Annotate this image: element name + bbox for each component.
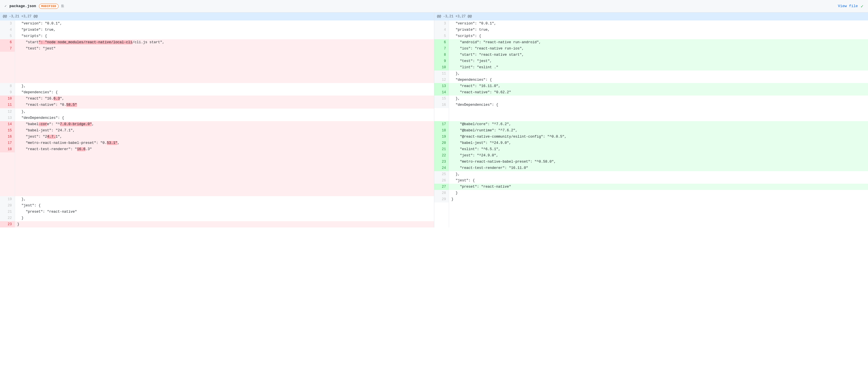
right-line-code: "@react-native-community/eslint-config":… — [449, 134, 868, 140]
left-line-code — [15, 77, 434, 83]
right-line-code: "react-native": "0.62.2" — [449, 89, 868, 96]
table-row: 5 "scripts": {5 "scripts": { — [0, 33, 868, 39]
right-line-code — [449, 115, 868, 121]
left-line-code — [15, 190, 434, 196]
right-line-num: 26 — [434, 178, 449, 184]
right-line-num: 7 — [434, 45, 449, 52]
left-line-num: 3 — [0, 21, 15, 27]
right-line-num: 27 — [434, 184, 449, 190]
right-line-code: "test": "jest", — [449, 58, 868, 64]
right-line-num — [434, 202, 449, 209]
left-line-num — [0, 152, 15, 159]
table-row: 10 "react": "16.6.3",15 }, — [0, 96, 868, 102]
left-line-code: "jest": "24.7.1", — [15, 134, 434, 140]
left-line-num: 15 — [0, 127, 15, 134]
left-line-num — [0, 159, 15, 165]
left-line-code: "react-native": "0.58.5" — [15, 102, 434, 108]
left-line-code: "private": true, — [15, 27, 434, 33]
table-row: 11 }, — [0, 70, 868, 77]
right-line-num — [434, 215, 449, 221]
right-line-num: 24 — [434, 165, 449, 171]
table-row: 13 "devDependencies": { — [0, 115, 868, 121]
right-line-code: "scripts": { — [449, 33, 868, 39]
right-line-code: "private": true, — [449, 27, 868, 33]
left-line-num: 11 — [0, 102, 15, 108]
view-file-link[interactable]: View file — [838, 4, 858, 8]
left-line-code: }, — [15, 83, 434, 89]
table-row: 9 "dependencies": {14 "react-native": "0… — [0, 89, 868, 96]
right-line-code: "preset": "react-native" — [449, 184, 868, 190]
left-line-num: 18 — [0, 146, 15, 152]
left-line-code: } — [15, 221, 434, 227]
table-row: 18 "react-test-renderer": "16.6.3"21 "es… — [0, 146, 868, 152]
table-row: 15 "babel-jest": "24.7.1",18 "@babel/run… — [0, 127, 868, 134]
right-line-num: 15 — [434, 96, 449, 102]
right-line-num: 29 — [434, 196, 449, 202]
left-line-code — [15, 52, 434, 58]
table-row: 22 } — [0, 215, 868, 221]
left-line-code — [15, 159, 434, 165]
right-line-num: 18 — [434, 127, 449, 134]
left-line-num — [0, 52, 15, 58]
table-row: 25 }, — [0, 171, 868, 178]
diff-table: @@ -3,21 +3,27 @@ @@ -3,21 +3,27 @@ 3 "v… — [0, 12, 868, 227]
left-line-code: "devDependencies": { — [15, 115, 434, 121]
chevron-down-icon[interactable]: ✓ — [5, 4, 6, 8]
table-row: 27 "preset": "react-native" — [0, 184, 868, 190]
left-line-num: 20 — [0, 202, 15, 209]
right-line-num: 3 — [434, 21, 449, 27]
right-line-num — [434, 108, 449, 115]
table-row: 26 "jest": { — [0, 178, 868, 184]
right-line-code: "devDependencies": { — [449, 102, 868, 108]
right-line-code — [449, 209, 868, 215]
right-line-code: } — [449, 196, 868, 202]
copy-icon[interactable]: ⎘ — [61, 4, 64, 8]
table-row: 19 },29} — [0, 196, 868, 202]
right-line-code: }, — [449, 70, 868, 77]
left-line-code: "dependencies": { — [15, 89, 434, 96]
right-line-num — [434, 209, 449, 215]
right-line-code: "@babel/core": "^7.6.2", — [449, 121, 868, 127]
table-row: 9 "test": "jest", — [0, 58, 868, 64]
right-line-code: "dependencies": { — [449, 77, 868, 83]
right-line-num: 14 — [434, 89, 449, 96]
left-line-code: "jest": { — [15, 202, 434, 209]
right-line-code: "android": "react-native run-android", — [449, 39, 868, 45]
table-row: 17 "metro-react-native-babel-preset": "0… — [0, 140, 868, 146]
left-line-num: 8 — [0, 83, 15, 89]
right-line-num: 13 — [434, 83, 449, 89]
right-line-num: 19 — [434, 134, 449, 140]
right-line-num: 28 — [434, 190, 449, 196]
table-row: 20 "jest": { — [0, 202, 868, 209]
table-row: 23 "metro-react-native-babel-preset": "^… — [0, 159, 868, 165]
left-line-num: 7 — [0, 45, 15, 52]
right-line-num: 21 — [434, 146, 449, 152]
right-line-num: 9 — [434, 58, 449, 64]
left-line-code: "babel-jest": "24.7.1", — [15, 127, 434, 134]
hunk-header-row: @@ -3,21 +3,27 @@ @@ -3,21 +3,27 @@ — [0, 12, 868, 21]
hunk-header-left: @@ -3,21 +3,27 @@ — [0, 12, 434, 21]
right-line-num: 8 — [434, 52, 449, 58]
table-row: 21 "preset": "react-native" — [0, 209, 868, 215]
left-line-num — [0, 184, 15, 190]
right-line-code: "version": "0.0.1", — [449, 21, 868, 27]
left-line-code — [15, 165, 434, 171]
right-line-code — [449, 108, 868, 115]
left-line-code — [15, 171, 434, 178]
left-line-code: "test": "jest" — [15, 45, 434, 52]
table-row: 3 "version": "0.0.1",3 "version": "0.0.1… — [0, 21, 868, 27]
left-line-code — [15, 58, 434, 64]
right-line-num: 16 — [434, 102, 449, 108]
left-line-num: 22 — [0, 215, 15, 221]
modified-badge: MODIFIED — [39, 4, 59, 9]
hunk-header-right: @@ -3,21 +3,27 @@ — [434, 12, 868, 21]
table-row: 8 },13 "react": "16.11.0", — [0, 83, 868, 89]
table-row: 4 "private": true,4 "private": true, — [0, 27, 868, 33]
left-line-num: 23 — [0, 221, 15, 227]
left-line-num: 13 — [0, 115, 15, 121]
right-line-num: 20 — [434, 140, 449, 146]
right-line-code: } — [449, 190, 868, 196]
left-line-num — [0, 64, 15, 70]
left-line-num: 19 — [0, 196, 15, 202]
left-line-code: "preset": "react-native" — [15, 209, 434, 215]
